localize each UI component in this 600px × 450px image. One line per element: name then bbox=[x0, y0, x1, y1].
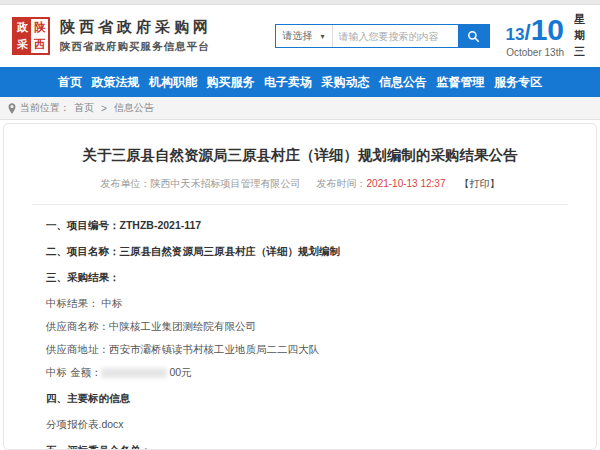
logo-char: 西 bbox=[31, 36, 48, 53]
breadcrumb-separator: > bbox=[101, 103, 107, 114]
date-day: 13 bbox=[506, 25, 525, 44]
nav-item-e-market[interactable]: 电子卖场 bbox=[264, 74, 312, 91]
nav-item-functions[interactable]: 机构职能 bbox=[149, 74, 197, 91]
nav-item-home[interactable]: 首页 bbox=[58, 74, 82, 91]
article-body: 一、项目编号：ZTHZB-2021-117 二、项目名称：三原县自然资源局三原县… bbox=[32, 219, 568, 450]
nav-item-supervision[interactable]: 监督管理 bbox=[437, 74, 485, 91]
search-button[interactable] bbox=[458, 25, 489, 47]
print-button[interactable]: 【打印】 bbox=[459, 178, 499, 189]
search-category-label: 请选择 bbox=[283, 29, 313, 43]
announcement-card: 关于三原县自然资源局三原县村庄（详细）规划编制的采购结果公告 发布单位：陕西中天… bbox=[3, 123, 597, 450]
bid-result-line: 中标结果： 中标 bbox=[32, 297, 568, 311]
nav-item-announcements[interactable]: 信息公告 bbox=[379, 74, 427, 91]
page-title: 关于三原县自然资源局三原县村庄（详细）规划编制的采购结果公告 bbox=[32, 146, 568, 165]
date-month: 10 bbox=[531, 13, 564, 46]
project-name-line: 二、项目名称：三原县自然资源局三原县村庄（详细）规划编制 bbox=[32, 245, 568, 259]
supplier-address-label: 供应商地址： bbox=[46, 343, 109, 355]
search-icon bbox=[467, 30, 480, 43]
publisher-name: 陕西中天禾招标项目管理有限公司 bbox=[151, 178, 301, 189]
bid-amount-label: 中标 金额： bbox=[46, 366, 101, 378]
site-title: 陕西省政府采购网 bbox=[60, 18, 212, 37]
project-name-value: 三原县自然资源局三原县村庄（详细）规划编制 bbox=[120, 245, 341, 257]
search-input[interactable] bbox=[333, 25, 458, 47]
main-nav: 首页 政策法规 机构职能 购买服务 电子卖场 采购动态 信息公告 监督管理 服务… bbox=[0, 67, 600, 97]
main-subject-heading: 四、主要标的信息 bbox=[32, 392, 568, 406]
attachment-link[interactable]: 分项报价表.docx bbox=[32, 418, 568, 432]
site-header: 政 陕 采 西 陕西省政府采购网 陕西省政府购买服务信息平台 请选择 ▾ 13/… bbox=[0, 5, 600, 67]
nav-item-service-zone[interactable]: 服务专区 bbox=[494, 74, 542, 91]
supplier-address-value: 西安市灞桥镇读书村核工业地质局二二四大队 bbox=[109, 343, 319, 355]
logo-char: 采 bbox=[14, 36, 31, 53]
result-section-heading: 三、采购结果： bbox=[32, 271, 568, 285]
date-block: 13/10 October 13th bbox=[506, 15, 564, 58]
bid-amount-line: 中标 金额：00元 bbox=[32, 366, 568, 380]
bid-result-value: 中标 bbox=[101, 297, 122, 309]
search-bar: 请选择 ▾ bbox=[275, 24, 490, 48]
weekday-label: 星期三 bbox=[574, 12, 588, 60]
title-divider bbox=[32, 204, 568, 205]
chevron-down-icon: ▾ bbox=[321, 32, 325, 41]
site-subtitle: 陕西省政府购买服务信息平台 bbox=[60, 40, 212, 54]
project-name-label: 二、项目名称： bbox=[46, 245, 120, 257]
supplier-name-line: 供应商名称：中陕核工业集团测绘院有限公司 bbox=[32, 320, 568, 334]
breadcrumb: 当前位置： 首页 > 信息公告 bbox=[0, 97, 600, 120]
logo-char: 政 bbox=[14, 19, 31, 36]
committee-heading: 五、评标委员会名单： bbox=[32, 444, 568, 450]
supplier-address-line: 供应商地址：西安市灞桥镇读书村核工业地质局二二四大队 bbox=[32, 343, 568, 357]
search-category-select[interactable]: 请选择 ▾ bbox=[276, 25, 333, 47]
breadcrumb-prefix: 当前位置： bbox=[20, 101, 70, 115]
supplier-name-label: 供应商名称： bbox=[46, 320, 109, 332]
redacted-amount bbox=[101, 368, 167, 378]
project-number-value: ZTHZB-2021-117 bbox=[120, 219, 202, 231]
breadcrumb-current[interactable]: 信息公告 bbox=[114, 101, 154, 115]
breadcrumb-home[interactable]: 首页 bbox=[74, 101, 94, 115]
nav-item-procurement-news[interactable]: 采购动态 bbox=[322, 74, 370, 91]
nav-item-purchase-service[interactable]: 购买服务 bbox=[207, 74, 255, 91]
supplier-name-value: 中陕核工业集团测绘院有限公司 bbox=[109, 320, 256, 332]
article-meta: 发布单位：陕西中天禾招标项目管理有限公司发布时间：2021-10-13 12:3… bbox=[32, 177, 568, 191]
date-english: October 13th bbox=[506, 48, 564, 58]
location-pin-icon bbox=[8, 103, 16, 114]
bid-amount-suffix: 00元 bbox=[169, 366, 191, 378]
site-logo: 政 陕 采 西 bbox=[12, 17, 50, 55]
publish-time: 2021-10-13 12:37 bbox=[367, 178, 446, 189]
nav-item-policies[interactable]: 政策法规 bbox=[92, 74, 140, 91]
bid-result-label: 中标结果： bbox=[46, 297, 99, 309]
publisher-label: 发布单位： bbox=[101, 178, 151, 189]
site-titles: 陕西省政府采购网 陕西省政府购买服务信息平台 bbox=[60, 18, 212, 54]
project-number-label: 一、项目编号： bbox=[46, 219, 120, 231]
date-numbers: 13/10 bbox=[506, 15, 564, 45]
project-number-line: 一、项目编号：ZTHZB-2021-117 bbox=[32, 219, 568, 233]
publish-time-label: 发布时间： bbox=[317, 178, 367, 189]
logo-char: 陕 bbox=[31, 19, 48, 36]
